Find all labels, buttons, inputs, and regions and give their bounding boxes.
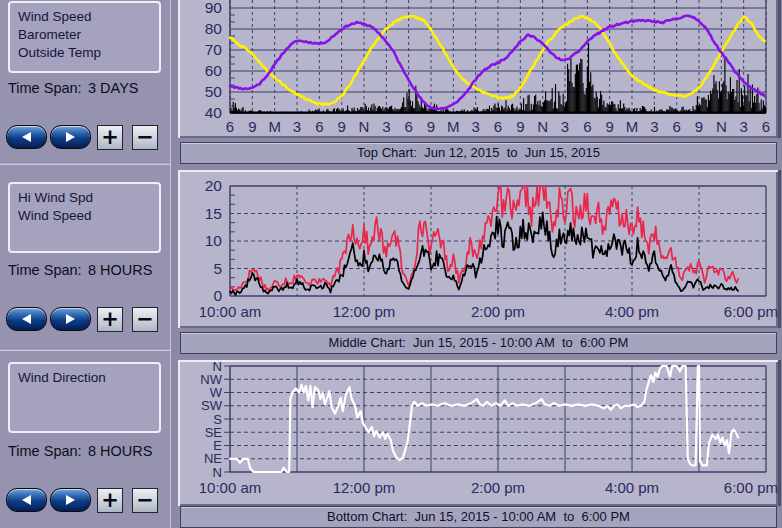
left-arrow-icon xyxy=(22,132,31,142)
svg-text:3: 3 xyxy=(650,118,658,135)
top-chart-series-listbox[interactable]: Wind Speed Barometer Outside Temp xyxy=(8,1,161,73)
bottom-chart-timespan: Time Span: 8 HOURS xyxy=(8,443,168,459)
top-chart-zoom-in-button[interactable]: + xyxy=(97,125,123,150)
svg-text:9: 9 xyxy=(427,118,435,135)
top-chart-back-button[interactable] xyxy=(6,125,47,149)
top-chart-title: Top Chart: Jun 12, 2015 to Jun 15, 2015 xyxy=(180,142,777,164)
svg-text:80: 80 xyxy=(205,20,223,37)
svg-text:5: 5 xyxy=(213,260,222,277)
bottom-chart-plot: NNWWSWSSEENEN10:00 am12:00 pm2:00 pm4:00… xyxy=(178,360,778,506)
svg-text:4:00 pm: 4:00 pm xyxy=(605,479,659,496)
svg-text:9: 9 xyxy=(695,118,703,135)
timespan-label: Time Span: xyxy=(8,80,82,96)
svg-text:3: 3 xyxy=(561,118,569,135)
svg-text:N: N xyxy=(537,118,548,135)
middle-chart-forward-button[interactable] xyxy=(50,307,91,331)
control-sidebar: Wind Speed Barometer Outside Temp Time S… xyxy=(0,0,171,528)
minus-icon: − xyxy=(136,127,154,148)
left-arrow-icon xyxy=(22,314,31,324)
svg-text:10: 10 xyxy=(205,232,223,249)
svg-text:6: 6 xyxy=(762,118,770,135)
svg-text:3: 3 xyxy=(471,118,479,135)
series-list-item[interactable]: Wind Speed xyxy=(18,207,155,225)
sidebar-divider xyxy=(0,162,170,165)
timespan-value: 8 HOURS xyxy=(88,443,152,459)
svg-text:15: 15 xyxy=(205,205,222,222)
svg-text:12:00 pm: 12:00 pm xyxy=(333,479,396,496)
top-chart-zoom-out-button[interactable]: − xyxy=(132,125,158,150)
svg-text:3: 3 xyxy=(382,118,390,135)
minus-icon: − xyxy=(136,309,154,330)
bottom-chart-series-listbox[interactable]: Wind Direction xyxy=(8,362,161,433)
top-chart-timespan: Time Span: 3 DAYS xyxy=(8,80,168,96)
svg-text:M: M xyxy=(447,118,460,135)
middle-chart-series-listbox[interactable]: Hi Wind Spd Wind Speed xyxy=(8,182,161,253)
svg-text:20: 20 xyxy=(205,177,223,194)
weather-chart-app: { "sidebar": { "panels": [ {"items": ["W… xyxy=(0,0,782,528)
svg-text:3: 3 xyxy=(293,118,301,135)
middle-chart-zoom-in-button[interactable]: + xyxy=(97,307,123,332)
timespan-label: Time Span: xyxy=(8,262,82,278)
svg-text:4:00 pm: 4:00 pm xyxy=(605,303,659,320)
svg-text:6: 6 xyxy=(494,118,502,135)
series-list-item[interactable]: Wind Speed xyxy=(18,8,155,26)
svg-text:N: N xyxy=(213,465,222,480)
svg-text:10:00 am: 10:00 am xyxy=(199,303,262,320)
bottom-chart-forward-button[interactable] xyxy=(50,488,91,512)
right-arrow-icon xyxy=(66,132,75,142)
svg-text:12:00 pm: 12:00 pm xyxy=(333,303,396,320)
middle-chart-panel: 0510152010:00 am12:00 pm2:00 pm4:00 pm6:… xyxy=(178,170,778,328)
svg-text:6:00 pm: 6:00 pm xyxy=(724,479,778,496)
svg-text:9: 9 xyxy=(248,118,256,135)
plus-icon: + xyxy=(101,490,119,511)
timespan-value: 3 DAYS xyxy=(88,80,139,96)
series-list-item[interactable]: Hi Wind Spd xyxy=(18,189,155,207)
middle-chart-back-button[interactable] xyxy=(6,307,47,331)
svg-text:6:00 pm: 6:00 pm xyxy=(724,303,778,320)
svg-text:N: N xyxy=(359,118,370,135)
top-chart-panel: 69M369N369M369N369M369N36405060708090 xyxy=(178,0,778,138)
svg-text:M: M xyxy=(268,118,281,135)
timespan-label: Time Span: xyxy=(8,443,82,459)
middle-chart-title: Middle Chart: Jun 15, 2015 - 10:00 AM to… xyxy=(180,332,777,354)
svg-text:2:00 pm: 2:00 pm xyxy=(471,479,525,496)
svg-text:70: 70 xyxy=(205,41,223,58)
sidebar-divider xyxy=(0,348,170,351)
middle-chart-zoom-out-button[interactable]: − xyxy=(132,307,158,332)
svg-text:10:00 am: 10:00 am xyxy=(199,479,262,496)
middle-chart-timespan: Time Span: 8 HOURS xyxy=(8,262,168,278)
top-chart-forward-button[interactable] xyxy=(50,125,91,149)
svg-text:60: 60 xyxy=(205,62,223,79)
svg-text:40: 40 xyxy=(205,104,223,121)
timespan-value: 8 HOURS xyxy=(88,262,152,278)
svg-text:9: 9 xyxy=(337,118,345,135)
svg-text:M: M xyxy=(626,118,639,135)
plus-icon: + xyxy=(101,127,119,148)
svg-text:90: 90 xyxy=(205,0,223,16)
series-list-item[interactable]: Outside Temp xyxy=(18,44,155,62)
bottom-chart-title: Bottom Chart: Jun 15, 2015 - 10:00 AM to… xyxy=(180,506,777,528)
right-arrow-icon xyxy=(66,314,75,324)
svg-text:6: 6 xyxy=(315,118,323,135)
svg-text:2:00 pm: 2:00 pm xyxy=(471,303,525,320)
middle-chart-plot: 0510152010:00 am12:00 pm2:00 pm4:00 pm6:… xyxy=(178,170,778,328)
svg-text:9: 9 xyxy=(516,118,524,135)
plus-icon: + xyxy=(101,309,119,330)
svg-text:0: 0 xyxy=(213,287,222,304)
bottom-chart-panel: NNWWSWSSEENEN10:00 am12:00 pm2:00 pm4:00… xyxy=(178,360,778,506)
svg-text:6: 6 xyxy=(583,118,591,135)
bottom-chart-zoom-in-button[interactable]: + xyxy=(97,488,123,513)
svg-text:3: 3 xyxy=(739,118,747,135)
bottom-chart-back-button[interactable] xyxy=(6,488,47,512)
svg-text:6: 6 xyxy=(226,118,234,135)
svg-text:6: 6 xyxy=(672,118,680,135)
svg-text:N: N xyxy=(716,118,727,135)
minus-icon: − xyxy=(136,490,154,511)
svg-text:9: 9 xyxy=(605,118,613,135)
svg-text:6: 6 xyxy=(404,118,412,135)
bottom-chart-zoom-out-button[interactable]: − xyxy=(132,488,158,513)
left-arrow-icon xyxy=(22,495,31,505)
series-list-item[interactable]: Barometer xyxy=(18,26,155,44)
svg-text:50: 50 xyxy=(205,83,223,100)
series-list-item[interactable]: Wind Direction xyxy=(18,369,155,387)
